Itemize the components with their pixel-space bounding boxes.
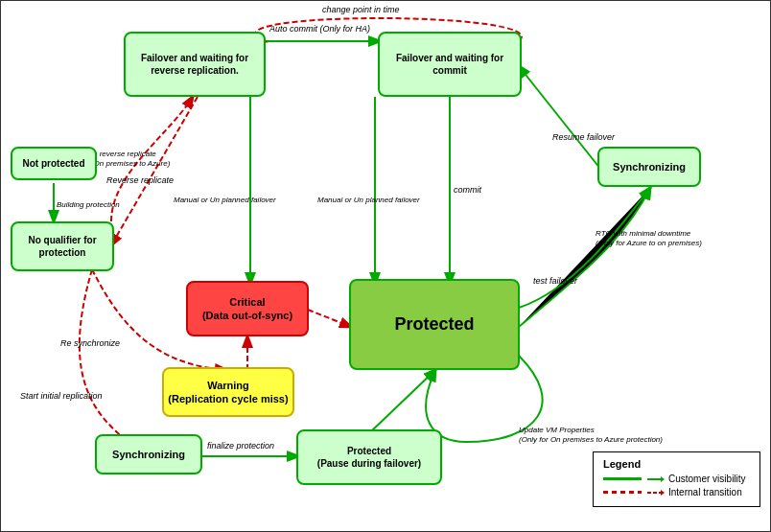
- svg-text:Building protection: Building protection: [57, 200, 120, 209]
- svg-text:test failover: test failover: [533, 276, 578, 286]
- diagram-container: Auto commit (Only for HA) change point i…: [0, 0, 771, 532]
- node-failover-reverse: Failover and waiting for reverse replica…: [124, 32, 266, 97]
- svg-text:Re synchronize: Re synchronize: [60, 338, 120, 348]
- svg-text:Manual or Un planned failover: Manual or Un planned failover: [174, 196, 276, 204]
- node-warning: Warning(Replication cycle miss): [162, 367, 294, 417]
- svg-text:finalize protection: finalize protection: [207, 441, 274, 451]
- legend-internal-transition: Internal transition: [603, 487, 750, 497]
- node-failover-commit: Failover and waiting for commit: [378, 32, 522, 97]
- node-critical: Critical(Data out-of-sync): [186, 281, 309, 336]
- svg-text:RTO with minimal downtime: RTO with minimal downtime: [596, 229, 691, 238]
- svg-text:Start initial replication: Start initial replication: [20, 391, 103, 401]
- svg-text:Reverse replicate: Reverse replicate: [106, 175, 174, 185]
- node-protected-failover: Protected(Pause during failover): [296, 429, 442, 485]
- node-synchronizing-bottom: Synchronizing: [95, 434, 202, 474]
- svg-text:Update VM Properties: Update VM Properties: [519, 426, 595, 434]
- svg-line-1: [519, 66, 600, 169]
- legend-red-line: [603, 491, 642, 494]
- legend-customer-visibility: Customer visibility: [603, 474, 750, 484]
- svg-text:Auto commit (Only for HA): Auto commit (Only for HA): [269, 24, 370, 34]
- svg-text:Manual or Un planned failover: Manual or Un planned failover: [317, 196, 420, 204]
- legend: Legend Customer visibility Internal tran…: [593, 451, 760, 507]
- svg-marker-29: [661, 490, 665, 496]
- svg-marker-27: [661, 476, 665, 482]
- svg-line-6: [308, 310, 351, 327]
- svg-text:(Only for On premises to Azure: (Only for On premises to Azure protectio…: [519, 435, 663, 444]
- svg-text:change point in time: change point in time: [322, 5, 400, 14]
- node-synchronizing-top: Synchronizing: [597, 147, 701, 187]
- svg-text:commit: commit: [454, 185, 481, 195]
- node-not-protected: Not protected: [11, 147, 97, 180]
- legend-arrow-red: [647, 488, 665, 497]
- legend-arrow-green: [647, 474, 665, 484]
- svg-text:(Only for Azure to on premises: (Only for Azure to on premises): [596, 239, 702, 247]
- legend-green-line: [603, 477, 642, 480]
- svg-text:Resume failover: Resume failover: [552, 132, 616, 142]
- node-protected: Protected: [349, 279, 520, 370]
- node-no-qualifier: No qualifier for protection: [11, 221, 114, 271]
- legend-title: Legend: [603, 458, 750, 470]
